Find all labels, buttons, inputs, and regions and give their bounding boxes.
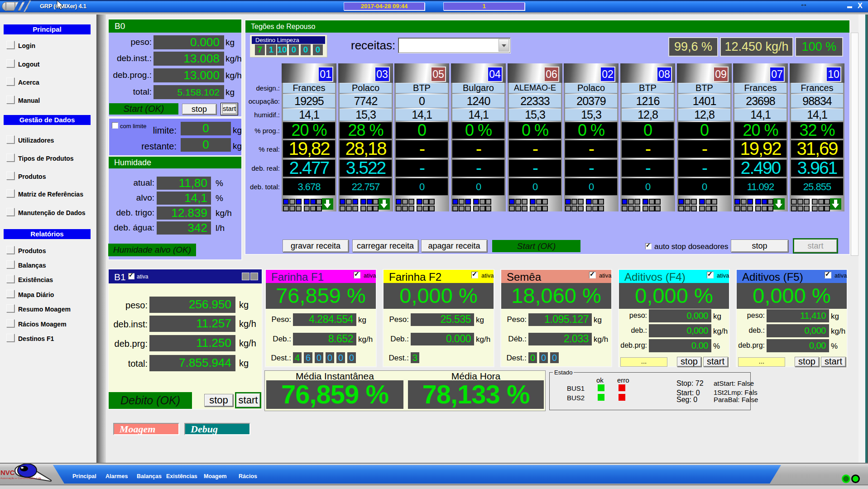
svg-text:Automação e Comunicação, Lda: Automação e Comunicação, Lda <box>0 476 41 479</box>
svg-text:NVC: NVC <box>0 469 15 476</box>
